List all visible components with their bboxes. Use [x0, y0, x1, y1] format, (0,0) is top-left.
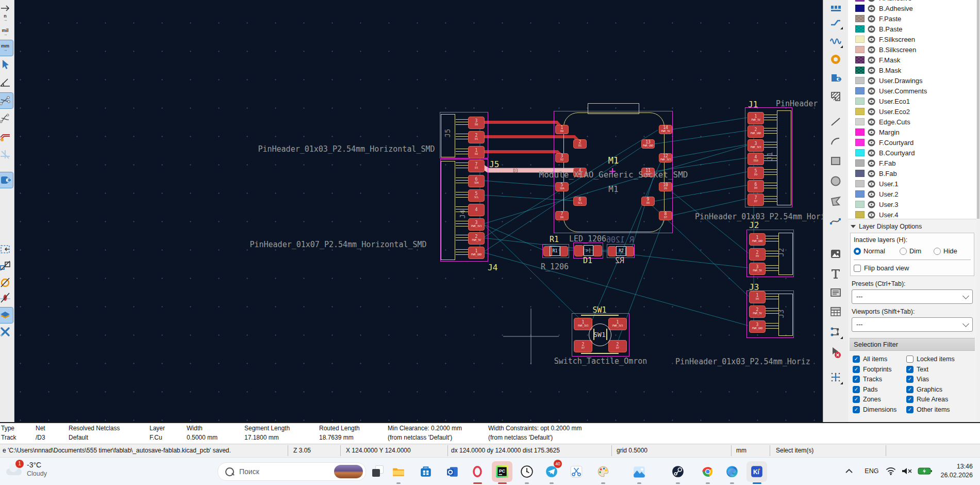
layer-visibility-eye-icon[interactable]: [868, 98, 875, 105]
pad-1-PWR_5V[interactable]: 1PWR_5V: [748, 112, 764, 124]
layer-row-User.Eco1[interactable]: User.Eco1: [848, 96, 976, 106]
task-view-button[interactable]: [372, 465, 384, 477]
pad-12-PWR_3V3[interactable]: 12PWR_3V3: [659, 153, 672, 163]
pad-1-PWR_3V3[interactable]: 1PWR_3V3: [574, 318, 592, 330]
pad-1-PWR_GND[interactable]: 1PWR_GND: [468, 247, 485, 259]
edge-icon[interactable]: [722, 461, 742, 482]
pad-10-D9[interactable]: 10D9: [659, 182, 672, 191]
layer-row-B.Adhesive[interactable]: B.Adhesive: [848, 3, 976, 13]
layer-row-User.2[interactable]: User.2: [848, 189, 976, 199]
layer-color-swatch[interactable]: [855, 0, 865, 2]
opera-gx-icon[interactable]: [467, 461, 488, 482]
clock-widget[interactable]: 13:46 26.02.2026: [940, 462, 973, 480]
pad-5-SCL[interactable]: 5SCL: [468, 189, 485, 202]
panel-scrollbar[interactable]: [976, 0, 980, 422]
layer-row-B.Fab[interactable]: B.Fab: [848, 168, 976, 179]
layer-color-swatch[interactable]: [855, 5, 865, 12]
layer-row-F.Courtyard[interactable]: F.Courtyard: [848, 137, 976, 148]
layer-row-F.Paste[interactable]: F.Paste: [848, 13, 976, 24]
layer-color-swatch[interactable]: [855, 25, 865, 33]
polar-coords-tool[interactable]: [0, 74, 13, 90]
pad-7-D3[interactable]: 7D3: [468, 160, 485, 172]
pad-2-D1[interactable]: 2D1: [468, 131, 485, 143]
filter-vias[interactable]: ✓Vias: [906, 376, 975, 383]
layer-visibility-eye-icon[interactable]: [868, 87, 875, 95]
pad-1-D8[interactable]: 1D8: [749, 291, 766, 303]
battery-charging-icon[interactable]: [918, 467, 932, 475]
add-image-tool[interactable]: [828, 246, 843, 262]
pad-4-D10[interactable]: 4D10: [748, 153, 764, 165]
layer-visibility-eye-icon[interactable]: [868, 108, 875, 116]
paint-icon[interactable]: [593, 461, 613, 482]
layer-color-swatch[interactable]: [855, 170, 865, 177]
add-zone-tool[interactable]: [828, 89, 843, 104]
pad-1-D2[interactable]: 1D2: [468, 146, 485, 158]
layer-row-Edge.Cuts[interactable]: Edge.Cuts: [848, 117, 976, 127]
microsoft-store-icon[interactable]: [416, 461, 436, 482]
filter-text[interactable]: ✓Text: [906, 366, 975, 373]
taskbar-search[interactable]: Поиск: [218, 462, 366, 481]
tune-length-tool[interactable]: [828, 33, 843, 48]
layer-color-swatch[interactable]: [855, 159, 865, 167]
pad-D1[interactable]: [593, 245, 602, 256]
layer-color-swatch[interactable]: [855, 77, 865, 84]
add-text-tool[interactable]: [828, 266, 843, 281]
flip-board-view-checkbox[interactable]: Flip board view: [854, 264, 971, 272]
layer-visibility-eye-icon[interactable]: [868, 180, 875, 188]
pad-7-D6[interactable]: 7D6: [555, 211, 569, 220]
pad-11-D10[interactable]: 11D10: [641, 168, 655, 177]
search-highlight-image[interactable]: [334, 465, 363, 478]
pad-8-D7[interactable]: 8D7: [659, 211, 672, 220]
layer-visibility-eye-icon[interactable]: [868, 15, 875, 23]
layer-color-swatch[interactable]: [855, 128, 865, 136]
filter-other-items[interactable]: ✓Other items: [906, 406, 975, 413]
layer-color-swatch[interactable]: [855, 36, 865, 43]
filter-locked-items[interactable]: Locked items: [906, 355, 975, 363]
layer-row-F.Fab[interactable]: F.Fab: [848, 158, 976, 168]
pad-2-PWR_GND[interactable]: 2PWR_GND: [748, 125, 764, 138]
photos-icon[interactable]: [629, 461, 650, 482]
layer-row-B.Mask[interactable]: B.Mask: [848, 65, 976, 75]
filter-footprints[interactable]: ✓Footprints: [853, 366, 906, 373]
curved-ratsnest-tool[interactable]: [0, 110, 13, 126]
layer-row-F.Silkscreen[interactable]: F.Silkscreen: [848, 34, 976, 44]
add-dimension-tool[interactable]: [828, 324, 843, 340]
clock-app-icon[interactable]: [517, 461, 537, 482]
layer-visibility-eye-icon[interactable]: [868, 77, 875, 85]
pad-D1[interactable]: [574, 245, 584, 256]
inactive-layers-radio-normal[interactable]: Normal: [854, 247, 885, 255]
pad-1-PWR_GND[interactable]: 1PWR_GND: [749, 233, 766, 246]
draw-arc-tool[interactable]: [828, 133, 843, 149]
filter-dimensions[interactable]: ✓Dimensions: [853, 406, 906, 413]
pad-display-tool[interactable]: [0, 172, 13, 188]
filter-pads[interactable]: ✓Pads: [853, 386, 906, 393]
filter-all-items[interactable]: ✓All items: [853, 355, 906, 363]
layer-color-swatch[interactable]: [855, 87, 865, 94]
layer-color-swatch[interactable]: [855, 201, 865, 208]
delete-tool[interactable]: [828, 345, 843, 360]
pad-1-D0[interactable]: 1D0: [555, 125, 569, 134]
viewports-dropdown[interactable]: ---: [852, 317, 973, 332]
layer-row-User.1[interactable]: User.1: [848, 179, 976, 189]
pad-2-D7[interactable]: 2D7: [574, 340, 592, 352]
layer-row-User.3[interactable]: User.3: [848, 199, 976, 209]
draw-rectangle-tool[interactable]: [828, 153, 843, 169]
scrollbar-thumb[interactable]: [977, 0, 979, 219]
telegram-icon[interactable]: 40: [541, 461, 562, 482]
layer-row-F.Mask[interactable]: F.Mask: [848, 55, 976, 65]
pad-7-D7[interactable]: 7D7: [748, 193, 764, 206]
layer-visibility-eye-icon[interactable]: [868, 128, 875, 136]
layer-color-swatch[interactable]: [855, 149, 865, 156]
layer-row-User.4[interactable]: User.4: [848, 209, 976, 219]
draw-bezier-tool[interactable]: [828, 213, 843, 229]
unit-mm-tool[interactable]: mm→: [0, 40, 13, 56]
add-via-tool[interactable]: [828, 52, 843, 67]
layer-color-swatch[interactable]: [855, 118, 865, 125]
layer-visibility-eye-icon[interactable]: [868, 36, 875, 43]
layer-color-swatch[interactable]: [855, 211, 865, 218]
pad-3-PWR_GND[interactable]: 3PWR_GND: [749, 320, 766, 333]
pad-6-SCL[interactable]: 6SCL: [573, 197, 587, 206]
layer-color-swatch[interactable]: [855, 180, 865, 187]
pad-1-PWR_3V3[interactable]: 1PWR_3V3: [608, 318, 627, 330]
layer-color-swatch[interactable]: [855, 15, 865, 22]
